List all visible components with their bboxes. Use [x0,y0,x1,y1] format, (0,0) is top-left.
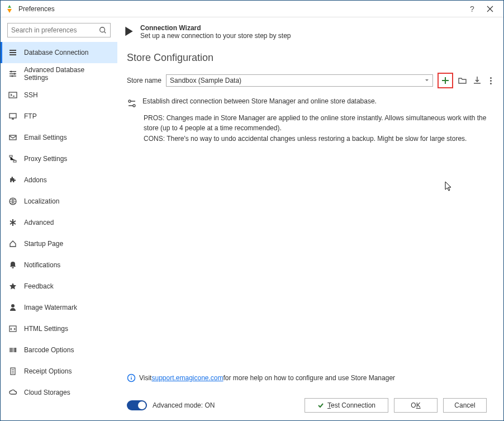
sidebar-item-label: Notifications [24,261,60,269]
svg-rect-9 [9,135,16,140]
sidebar-item-label: Proxy Settings [24,155,67,163]
sidebar-item-email-settings[interactable]: Email Settings [1,127,117,148]
advanced-mode-label: Advanced mode: ON [153,401,215,409]
sidebar-item-label: Image Watermark [24,304,77,311]
star-icon [8,282,17,291]
more-options-button[interactable] [487,77,495,84]
sidebar-item-ftp[interactable]: FTP [1,106,117,127]
sidebar-item-label: Addons [24,176,47,184]
sidebar-item-addons[interactable]: Addons [1,169,117,191]
sidebar-item-startup-page[interactable]: Startup Page [1,233,117,254]
advanced-mode-toggle[interactable] [127,400,147,410]
sidebar-item-barcode-options[interactable]: Barcode Options [1,339,117,361]
cloud-icon [8,388,17,397]
home-icon [8,239,17,248]
store-name-dropdown[interactable]: Sandbox (Sample Data) [166,74,433,87]
receipt-icon [8,367,17,376]
globe-icon [8,197,17,206]
sidebar-item-label: Localization [24,197,59,205]
svg-rect-3 [9,54,16,55]
sidebar: Database Connection Advanced Database Se… [1,17,118,420]
svg-rect-2 [9,52,16,53]
svg-point-4 [11,71,12,73]
folder-open-icon[interactable] [458,75,468,86]
sidebar-item-label: Advanced Database Settings [24,66,110,82]
database-icon [8,48,17,57]
play-icon [123,26,135,37]
sidebar-item-localization[interactable]: Localization [1,191,117,212]
close-button[interactable] [481,1,499,17]
search-input[interactable] [11,26,99,34]
search-icon [99,26,107,34]
help-row: Visit support.emagicone.com for more hel… [127,373,495,382]
sidebar-item-label: Cloud Storages [24,389,70,396]
terminal-icon [8,91,17,100]
info-icon [127,373,136,382]
monitor-icon [8,112,17,121]
svg-point-5 [14,73,16,75]
sidebar-item-advanced-database-settings[interactable]: Advanced Database Settings [1,63,117,84]
svg-point-6 [12,75,13,77]
sidebar-nav: Database Connection Advanced Database Se… [1,42,117,420]
sidebar-item-label: Receipt Options [24,367,72,375]
svg-point-13 [11,304,15,308]
sidebar-item-cloud-storages[interactable]: Cloud Storages [1,382,117,403]
sidebar-item-html-settings[interactable]: HTML Settings [1,318,117,339]
svg-point-0 [100,27,105,32]
footer: Advanced mode: ON Test Connection OK Can… [123,398,495,420]
proxy-icon [8,154,17,163]
sidebar-item-notifications[interactable]: Notifications [1,254,117,276]
pros-cons-text: PROS: Changes made in Store Manager are … [144,113,495,144]
svg-rect-1 [9,50,16,51]
svg-rect-8 [9,113,16,118]
test-connection-button[interactable]: Test Connection [305,398,388,413]
help-prefix: Visit [139,374,151,382]
barcode-icon [8,346,17,354]
help-button[interactable]: ? [463,1,481,17]
sidebar-item-proxy-settings[interactable]: Proxy Settings [1,148,117,169]
sidebar-item-advanced[interactable]: Advanced [1,212,117,233]
main-panel: Connection Wizard Set up a new connectio… [118,17,503,420]
connection-wizard-row[interactable]: Connection Wizard Set up a new connectio… [123,24,495,40]
wizard-subtitle: Set up a new connection to your store st… [140,32,291,40]
add-store-button[interactable] [438,73,453,88]
help-suffix: for more help on how to configure and us… [224,374,396,382]
sidebar-item-label: Database Connection [24,49,88,56]
svg-point-17 [133,105,135,107]
sidebar-item-receipt-options[interactable]: Receipt Options [1,361,117,382]
sidebar-item-label: FTP [24,112,37,120]
bell-icon [8,261,17,269]
ok-button[interactable]: OK [394,398,438,413]
search-input-wrap[interactable] [7,23,111,37]
sidebar-item-ssh[interactable]: SSH [1,84,117,106]
svg-rect-11 [13,160,16,162]
sidebar-item-image-watermark[interactable]: Image Watermark [1,297,117,318]
section-title: Store Configuration [127,52,495,64]
person-icon [8,303,17,312]
cancel-button[interactable]: Cancel [443,398,487,413]
check-icon [317,402,324,409]
sidebar-item-label: HTML Settings [24,325,68,333]
connection-description: Establish direct connection between Stor… [142,97,377,105]
sidebar-item-database-connection[interactable]: Database Connection [1,42,117,63]
title-bar: Preferences ? [1,1,503,17]
sidebar-item-label: Email Settings [24,134,67,141]
puzzle-icon [8,176,17,185]
sidebar-item-feedback[interactable]: Feedback [1,276,117,297]
sidebar-item-label: Advanced [24,219,54,226]
sidebar-item-label: Startup Page [24,240,63,248]
app-icon [5,4,14,13]
store-name-label: Store name [127,77,161,84]
code-icon [8,324,17,333]
sidebar-item-label: SSH [24,91,38,99]
help-link[interactable]: support.emagicone.com [151,374,223,382]
sliders-icon [8,69,17,78]
download-icon[interactable] [472,75,482,86]
svg-point-16 [129,100,131,102]
asterisk-icon [8,218,17,227]
mail-icon [8,133,17,142]
chevron-down-icon [425,78,429,83]
connection-type-icon [127,98,137,108]
sidebar-item-label: Feedback [24,282,54,290]
svg-rect-10 [9,155,12,157]
